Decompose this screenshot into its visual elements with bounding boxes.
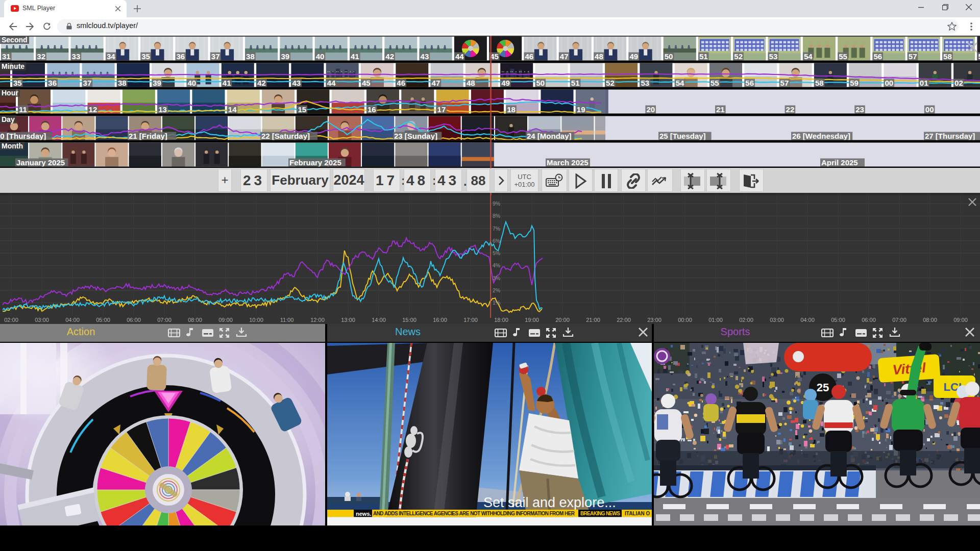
svg-text:39: 39: [281, 52, 289, 61]
svg-text:38: 38: [118, 79, 127, 87]
svg-text:17:00: 17:00: [463, 317, 478, 323]
svg-text:10:00: 10:00: [249, 317, 263, 323]
svg-text:21:00: 21:00: [586, 317, 600, 323]
svg-text:36: 36: [48, 79, 57, 87]
svg-text:58: 58: [943, 52, 952, 61]
svg-text:39: 39: [153, 79, 161, 87]
svg-text:20 [Thursday]: 20 [Thursday]: [0, 132, 46, 140]
svg-text:14:00: 14:00: [372, 317, 386, 323]
svg-text:47: 47: [432, 79, 440, 87]
svg-text:49: 49: [629, 52, 638, 61]
svg-text:April 2025: April 2025: [821, 158, 858, 167]
svg-text:35: 35: [141, 52, 150, 61]
svg-text:04:00: 04:00: [65, 317, 80, 323]
svg-text:44: 44: [455, 52, 464, 61]
svg-text:35: 35: [13, 79, 22, 87]
svg-text:50: 50: [536, 79, 545, 87]
svg-text:7%: 7%: [493, 226, 500, 232]
svg-text:54: 54: [804, 52, 813, 61]
svg-text:57: 57: [909, 52, 917, 61]
svg-text:09:00: 09:00: [953, 317, 968, 323]
svg-text:11: 11: [19, 105, 27, 114]
svg-text:42: 42: [385, 52, 394, 61]
svg-text:27 [Thursday]: 27 [Thursday]: [925, 132, 975, 140]
svg-text:23:00: 23:00: [647, 317, 662, 323]
svg-text:21: 21: [716, 105, 725, 114]
svg-text:06:00: 06:00: [862, 317, 876, 323]
svg-text:21 [Friday]: 21 [Friday]: [129, 132, 167, 140]
svg-text:00: 00: [925, 105, 934, 114]
svg-text:44: 44: [327, 79, 336, 87]
svg-text:BREAKING NEWS: BREAKING NEWS: [580, 511, 620, 516]
svg-text:19:00: 19:00: [525, 317, 539, 323]
svg-text:42: 42: [257, 79, 266, 87]
svg-text:16: 16: [368, 105, 376, 114]
svg-text:48: 48: [595, 52, 603, 61]
svg-text:03:00: 03:00: [35, 317, 49, 323]
svg-text:23 [Sunday]: 23 [Sunday]: [394, 132, 437, 140]
svg-text:25: 25: [817, 381, 829, 394]
svg-text:37: 37: [211, 52, 220, 61]
svg-text:February 2025: February 2025: [289, 158, 341, 167]
svg-text:Set sail and explore...: Set sail and explore...: [483, 495, 616, 510]
svg-text:51: 51: [699, 52, 708, 61]
svg-text:14: 14: [228, 105, 237, 114]
svg-text:52: 52: [734, 52, 743, 61]
svg-text:20:00: 20:00: [555, 317, 570, 323]
svg-text:55: 55: [710, 79, 719, 87]
svg-text:33: 33: [72, 52, 81, 61]
svg-text:5%: 5%: [493, 250, 500, 256]
svg-text:March 2025: March 2025: [547, 158, 589, 167]
svg-text:00: 00: [885, 79, 894, 87]
svg-text:38: 38: [246, 52, 255, 61]
svg-text:40: 40: [316, 52, 325, 61]
svg-text:ITALIAN O: ITALIAN O: [625, 511, 650, 516]
svg-text:43: 43: [292, 79, 301, 87]
svg-text:57: 57: [780, 79, 789, 87]
svg-text:25 [Tuesday]: 25 [Tuesday]: [659, 132, 706, 140]
svg-text:8%: 8%: [493, 213, 500, 219]
svg-text:01:00: 01:00: [708, 317, 723, 323]
svg-text:15:00: 15:00: [402, 317, 416, 323]
svg-text:23: 23: [855, 105, 864, 114]
svg-text:1%: 1%: [493, 299, 500, 306]
svg-text:15: 15: [298, 105, 306, 114]
svg-text:12: 12: [89, 105, 97, 114]
svg-text:41: 41: [223, 79, 231, 87]
svg-text:37: 37: [83, 79, 92, 87]
svg-text:58: 58: [815, 79, 824, 87]
svg-text:41: 41: [351, 52, 359, 61]
svg-text:02:00: 02:00: [739, 317, 753, 323]
svg-text:18:00: 18:00: [494, 317, 508, 323]
svg-text:59: 59: [978, 52, 980, 61]
svg-text:22:00: 22:00: [617, 317, 631, 323]
svg-text:08:00: 08:00: [923, 317, 937, 323]
svg-text:24 [Monday]: 24 [Monday]: [527, 132, 572, 140]
svg-text:50: 50: [665, 52, 673, 61]
svg-text:16:00: 16:00: [433, 317, 447, 323]
svg-text:13: 13: [158, 105, 167, 114]
svg-text:news.: news.: [356, 511, 372, 517]
svg-text:04:00: 04:00: [800, 317, 815, 323]
svg-text:43: 43: [421, 52, 429, 61]
svg-text:05:00: 05:00: [831, 317, 845, 323]
svg-text:51: 51: [571, 79, 580, 87]
svg-text:AND ADDS INTELLIGENCE AGENCIES: AND ADDS INTELLIGENCE AGENCIES ARE NOT W…: [373, 511, 575, 516]
svg-text:22 [Saturday]: 22 [Saturday]: [261, 132, 310, 140]
svg-text:3%: 3%: [493, 275, 500, 281]
svg-text:31: 31: [2, 52, 11, 61]
svg-text:09:00: 09:00: [218, 317, 233, 323]
svg-text:22: 22: [786, 105, 795, 114]
svg-text:02: 02: [954, 79, 963, 87]
svg-text:56: 56: [874, 52, 883, 61]
svg-text:18: 18: [507, 105, 516, 114]
svg-text:34: 34: [107, 52, 115, 61]
svg-text:45: 45: [490, 52, 499, 61]
svg-text:32: 32: [37, 52, 45, 61]
svg-text:06:00: 06:00: [127, 317, 141, 323]
svg-text:56: 56: [745, 79, 754, 87]
svg-text:4%: 4%: [493, 262, 500, 268]
svg-text:36: 36: [177, 52, 185, 61]
svg-text:00:00: 00:00: [678, 317, 692, 323]
svg-text:6%: 6%: [493, 238, 500, 244]
